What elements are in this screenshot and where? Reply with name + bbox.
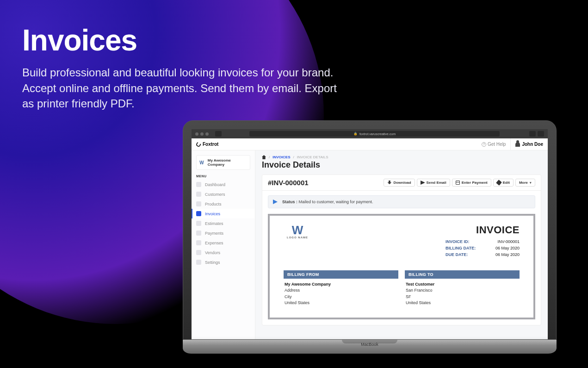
invoice-id-heading: #INV-000001 <box>268 179 309 187</box>
expenses-icon <box>196 240 201 245</box>
meta-value: 06 May 2020 <box>483 245 520 252</box>
billing-to-block: BILLING TO Test Customer San Francisco S… <box>405 270 520 309</box>
sidebar-item-dashboard[interactable]: Dashboard <box>192 180 255 189</box>
app-logo-icon <box>195 141 202 148</box>
sidebar-item-settings[interactable]: Settings <box>192 257 255 267</box>
sidebar-item-customers[interactable]: Customers <box>192 189 255 199</box>
btn-label: Download <box>393 181 411 185</box>
more-button[interactable]: More▾ <box>515 179 535 187</box>
billing-from-block: BILLING FROM My Awesome Company Address … <box>284 270 398 309</box>
settings-icon <box>196 260 201 265</box>
sidebar-item-payments[interactable]: Payments <box>192 228 255 238</box>
status-text: Mailed to customer, waiting for payment. <box>299 200 373 204</box>
user-icon <box>515 142 520 147</box>
billing-from-heading: BILLING FROM <box>284 270 398 279</box>
billing-from-line: City <box>285 294 397 300</box>
sidebar-item-invoices[interactable]: Invoices <box>192 209 255 218</box>
hero-title: Invoices <box>22 23 137 57</box>
share-icon[interactable] <box>529 131 536 137</box>
payments-icon <box>196 231 201 236</box>
invoices-icon <box>196 211 201 216</box>
billing-to-line: United States <box>406 300 519 306</box>
sidebar-item-products[interactable]: Products <box>192 199 255 209</box>
sidebar-item-estimates[interactable]: Estimates <box>192 218 255 228</box>
lock-icon: 🔒 <box>353 132 358 136</box>
sidebar-toggle-icon[interactable] <box>215 131 222 137</box>
download-button[interactable]: Download <box>384 179 415 187</box>
company-name: My Awesome Company <box>208 158 248 167</box>
billing-from-name: My Awesome Company <box>285 281 397 288</box>
app-name: Foxtrot <box>203 142 218 147</box>
invoice-panel: #INV-000001 Download Send Email Enter Pa… <box>262 175 541 325</box>
invoice-meta: INVOICE ID:INV-000001 BILLING DATE:06 Ma… <box>446 239 520 258</box>
company-switcher[interactable]: W My Awesome Company <box>196 155 250 170</box>
billing-to-line: San Francisco <box>406 287 519 294</box>
status-icon <box>273 200 278 204</box>
estimates-icon <box>196 221 201 226</box>
help-icon: ? <box>482 142 486 147</box>
traffic-dot <box>195 132 198 136</box>
traffic-dot <box>200 132 204 136</box>
edit-icon <box>496 180 502 186</box>
sidebar-item-expenses[interactable]: Expenses <box>192 238 255 248</box>
vendors-icon <box>196 250 201 255</box>
sidebar-item-label: Customers <box>205 192 225 197</box>
breadcrumb: / INVOICES / INVOICE DETAILS <box>255 150 548 159</box>
sidebar-item-label: Vendors <box>205 250 220 255</box>
app-header: Foxtrot ? Get Help John Doe <box>192 138 548 150</box>
laptop-label: MacBook <box>361 342 378 347</box>
sidebar-item-label: Expenses <box>205 241 223 245</box>
main-content: / INVOICES / INVOICE DETAILS Invoice Det… <box>255 150 548 339</box>
breadcrumb-current: INVOICE DETAILS <box>297 155 328 159</box>
payment-icon <box>456 181 460 185</box>
customers-icon <box>196 192 201 197</box>
meta-value: 06 May 2020 <box>483 252 520 258</box>
products-icon <box>196 201 201 206</box>
menu-section-label: MENU <box>192 175 255 180</box>
status-banner: Status : Mailed to customer, waiting for… <box>268 195 535 208</box>
page-title: Invoice Details <box>255 159 548 175</box>
window-controls <box>195 132 209 136</box>
help-link[interactable]: ? Get Help <box>482 142 506 147</box>
edit-button[interactable]: Edit <box>493 179 514 187</box>
billing-from-line: Address <box>285 287 397 294</box>
meta-key: DUE DATE: <box>446 252 483 258</box>
home-icon[interactable] <box>262 155 266 159</box>
invoice-heading: INVOICE <box>446 224 520 236</box>
download-icon <box>387 181 391 185</box>
billing-to-name: Test Customer <box>406 281 519 288</box>
meta-key: BILLING DATE: <box>446 245 483 252</box>
sidebar-item-vendors[interactable]: Vendors <box>192 248 255 257</box>
invoice-logo-text: LOGO NAME <box>284 236 311 239</box>
dashboard-icon <box>196 182 201 187</box>
btn-label: Edit <box>503 181 510 185</box>
sidebar-item-label: Settings <box>205 260 220 265</box>
help-label: Get Help <box>488 142 506 147</box>
browser-toolbar: 🔒 foxtrot.varuscreative.com <box>192 129 548 138</box>
laptop-base: MacBook <box>183 340 557 354</box>
user-menu[interactable]: John Doe <box>510 138 543 150</box>
status-label: Status : <box>282 200 297 204</box>
sidebar-item-label: Products <box>205 202 222 206</box>
send-icon <box>421 181 425 185</box>
send-email-button[interactable]: Send Email <box>417 179 450 187</box>
hero-subtitle: Build professional and beautiful looking… <box>22 65 337 112</box>
breadcrumb-section[interactable]: INVOICES <box>272 155 290 159</box>
sidebar-item-label: Dashboard <box>205 182 225 187</box>
enter-payment-button[interactable]: Enter Payment <box>452 179 491 187</box>
meta-value: INV-000001 <box>483 239 520 245</box>
tabs-icon[interactable] <box>538 131 544 137</box>
billing-from-line: United States <box>285 300 397 306</box>
user-name: John Doe <box>522 142 543 147</box>
btn-label: Enter Payment <box>462 181 488 185</box>
billing-to-heading: BILLING TO <box>405 270 520 279</box>
chevron-down-icon: ▾ <box>530 181 532 185</box>
meta-key: INVOICE ID: <box>446 239 483 245</box>
invoice-preview-frame: W LOGO NAME INVOICE INVOICE ID:INV-00000… <box>268 214 535 319</box>
invoice-logo-mark: W <box>284 224 311 236</box>
traffic-dot <box>205 132 209 136</box>
sidebar: W My Awesome Company MENU Dashboard Cust… <box>192 150 255 339</box>
billing-to-line: SF <box>406 294 519 300</box>
laptop-mockup: 🔒 foxtrot.varuscreative.com Foxtrot ? Ge… <box>183 120 557 354</box>
address-bar[interactable]: 🔒 foxtrot.varuscreative.com <box>249 131 500 137</box>
